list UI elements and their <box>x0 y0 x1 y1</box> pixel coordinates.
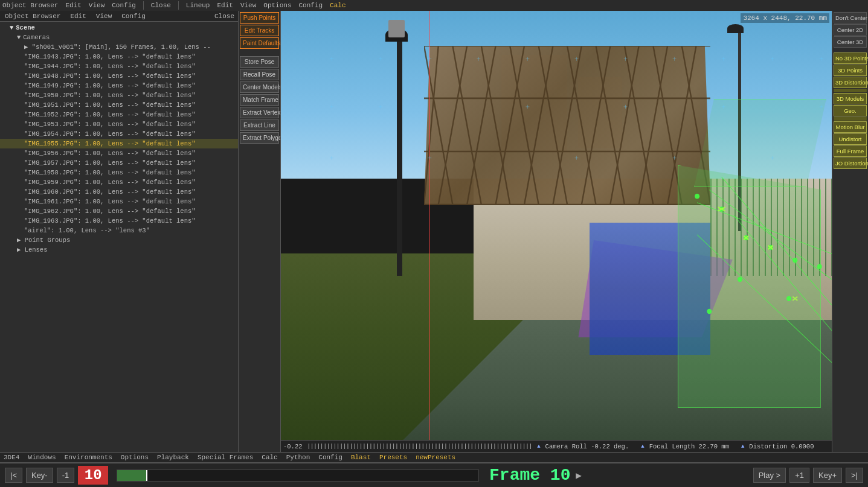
menu-3de4[interactable]: 3DE4 <box>4 454 19 461</box>
undistort-btn[interactable]: Undistort <box>834 133 867 145</box>
camera-1960[interactable]: "IMG_1960.JPG": 1.00, Lens --> "default … <box>0 187 238 197</box>
camera-airel[interactable]: "airel": 1.00, Lens --> "lens #3" <box>0 226 238 235</box>
3d-points-btn[interactable]: 3D Points <box>834 65 867 76</box>
center-models-btn[interactable]: Center Models <box>240 81 279 93</box>
camera-1959[interactable]: "IMG_1959.JPG": 1.00, Lens --> "default … <box>0 177 238 187</box>
recall-pose-btn[interactable]: Recall Pose <box>240 69 279 80</box>
dont-center-btn[interactable]: Don't Center <box>834 12 867 24</box>
camera-sh001[interactable]: ▶ "sh001_v001": [Main], 150 Frames, 1.00… <box>0 42 238 52</box>
key-minus-btn[interactable]: Key- <box>26 468 53 483</box>
play-controls: Play > +1 Key+ >| <box>753 468 863 483</box>
panel-close-btn[interactable]: Close <box>211 13 238 20</box>
camera-1962[interactable]: "IMG_1962.JPG": 1.00, Lens --> "default … <box>0 206 238 216</box>
no-3d-points-btn[interactable]: No 3D Points <box>834 53 867 64</box>
menu-edit-top[interactable]: Edit <box>65 2 81 9</box>
distortion-label: Distortion 0.0000 <box>749 443 814 450</box>
full-frame-btn[interactable]: Full Frame <box>834 145 867 157</box>
viewport-status-bar: -0.22 ||||||||||||||||||||||||||||||||||… <box>281 440 832 452</box>
menu-view-top[interactable]: View <box>89 2 104 9</box>
extract-polygon-btn[interactable]: Extract Polygon <box>240 132 279 144</box>
camera-1952[interactable]: "IMG_1952.JPG": 1.00, Lens --> "default … <box>0 110 238 119</box>
status-value: -0.22 <box>283 443 303 450</box>
menu-options[interactable]: Options <box>263 2 291 9</box>
timeline-fill <box>117 470 146 481</box>
skip-end-btn[interactable]: >| <box>846 468 863 483</box>
timeline-cursor <box>146 470 147 481</box>
camera-1954[interactable]: "IMG_1954.JPG": 1.00, Lens --> "default … <box>0 129 238 139</box>
svg-line-26 <box>722 177 832 305</box>
viewport[interactable]: 3264 x 2448, 22.70 mm -0.22 ||||||||||||… <box>281 11 832 452</box>
svg-line-27 <box>734 215 832 331</box>
skip-start-btn[interactable]: |< <box>5 468 22 483</box>
menu-presets[interactable]: Presets <box>379 454 407 461</box>
menu-config-2[interactable]: Config <box>299 2 323 9</box>
camera-1948[interactable]: "IMG_1948.JPG": 1.00, Lens --> "default … <box>0 71 238 81</box>
menu-new-presets[interactable]: newPresets <box>416 454 455 461</box>
right-panel: Don't Center Center 2D Center 3D No 3D P… <box>832 11 868 452</box>
menu-environments[interactable]: Environments <box>65 454 112 461</box>
menu-separator-2 <box>178 1 179 10</box>
play-btn[interactable]: Play > <box>753 468 786 483</box>
timeline-track[interactable] <box>117 469 479 482</box>
geo-btn[interactable]: Geo. <box>834 105 867 116</box>
extract-line-btn[interactable]: Extract Line <box>240 119 279 131</box>
spacer-1 <box>834 48 867 52</box>
minus-one-btn[interactable]: -1 <box>57 468 75 483</box>
panel-tab-config[interactable]: Config <box>117 11 150 21</box>
store-pose-btn[interactable]: Store Pose <box>240 56 279 68</box>
menu-config-bottom[interactable]: Config <box>318 454 342 461</box>
focal-triangle: ▲ <box>641 444 644 450</box>
crosshair-vertical <box>429 11 430 452</box>
plus-one-btn[interactable]: +1 <box>789 468 809 483</box>
center-3d-btn[interactable]: Center 3D <box>834 36 867 48</box>
menu-windows[interactable]: Windows <box>28 454 56 461</box>
3d-models-btn[interactable]: 3D Models <box>834 93 867 104</box>
menu-close[interactable]: Close <box>151 2 171 9</box>
scene-tree[interactable]: ▼Scene ▼Cameras ▶ "sh001_v001": [Main], … <box>0 22 238 463</box>
panel-tab-object-browser[interactable]: Object Browser <box>0 11 65 21</box>
menu-lineup[interactable]: Lineup <box>186 2 210 9</box>
motion-blur-btn[interactable]: Motion Blur <box>834 121 867 133</box>
menu-edit-2[interactable]: Edit <box>217 2 233 9</box>
camera-1943[interactable]: "IMG_1943.JPG": 1.00, Lens --> "default … <box>0 52 238 62</box>
menu-options-bottom[interactable]: Options <box>121 454 149 461</box>
menu-playback[interactable]: Playback <box>157 454 189 461</box>
menu-calc-bottom[interactable]: Calc <box>262 454 277 461</box>
camera-1950[interactable]: "IMG_1950.JPG": 1.00, Lens --> "default … <box>0 91 238 100</box>
paint-defaults-btn[interactable]: Paint Defaults <box>240 37 279 49</box>
cameras-node[interactable]: ▼Cameras <box>0 33 238 42</box>
panel-header: Object Browser Edit View Config Close <box>0 11 238 22</box>
cursor-icon: ▶ <box>576 469 582 482</box>
camera-1961[interactable]: "IMG_1961.JPG": 1.00, Lens --> "default … <box>0 197 238 206</box>
edit-tracks-btn[interactable]: Edit Tracks <box>240 25 279 36</box>
camera-1958[interactable]: "IMG_1958.JPG": 1.00, Lens --> "default … <box>0 168 238 177</box>
camera-1956[interactable]: "IMG_1956.JPG": 1.00, Lens --> "default … <box>0 148 238 158</box>
camera-1951[interactable]: "IMG_1951.JPG": 1.00, Lens --> "default … <box>0 100 238 110</box>
camera-1953[interactable]: "IMG_1953.JPG": 1.00, Lens --> "default … <box>0 119 238 129</box>
camera-1957[interactable]: "IMG_1957.JPG": 1.00, Lens --> "default … <box>0 158 238 168</box>
camera-1949[interactable]: "IMG_1949.JPG": 1.00, Lens --> "default … <box>0 81 238 91</box>
menu-object-browser[interactable]: Object Browser <box>2 2 58 9</box>
3d-distortion-btn[interactable]: 3D Distortion <box>834 77 867 88</box>
panel-tab-view[interactable]: View <box>91 11 117 21</box>
menu-blast[interactable]: Blast <box>351 454 371 461</box>
menu-config-top[interactable]: Config <box>112 2 136 9</box>
push-points-btn[interactable]: Push Points <box>240 12 279 24</box>
match-frame-btn[interactable]: Match Frame <box>240 94 279 106</box>
camera-1963[interactable]: "IMG_1963.JPG": 1.00, Lens --> "default … <box>0 216 238 226</box>
menu-python[interactable]: Python <box>286 454 310 461</box>
menu-calc[interactable]: Calc <box>330 2 346 9</box>
key-plus-btn[interactable]: Key+ <box>813 468 842 483</box>
camera-1944[interactable]: "IMG_1944.JPG": 1.00, Lens --> "default … <box>0 62 238 71</box>
laser-lines-svg <box>281 11 832 452</box>
center-2d-btn[interactable]: Center 2D <box>834 24 867 36</box>
lenses-node[interactable]: ▶ Lenses <box>0 245 238 255</box>
extract-vertex-btn[interactable]: Extract Vertex <box>240 107 279 118</box>
menu-view-2[interactable]: View <box>240 2 256 9</box>
scene-node[interactable]: ▼Scene <box>0 23 238 33</box>
jo-distortion-btn[interactable]: JO Distortion <box>834 158 867 169</box>
menu-special-frames[interactable]: Special Frames <box>198 454 253 461</box>
camera-1955[interactable]: "IMG_1955.JPG": 1.00, Lens --> "default … <box>0 139 238 148</box>
panel-tab-edit[interactable]: Edit <box>65 11 91 21</box>
point-groups-node[interactable]: ▶ Point Groups <box>0 235 238 245</box>
